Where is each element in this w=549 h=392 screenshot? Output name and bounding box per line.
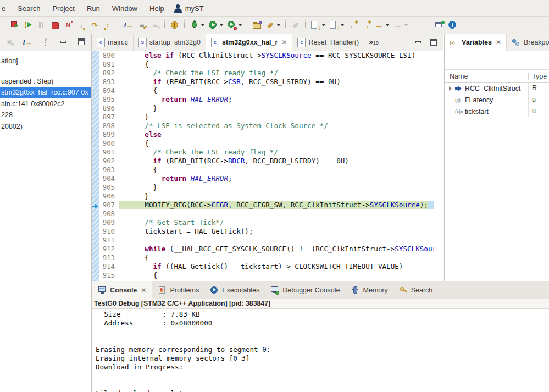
line-number[interactable]: 903: [99, 165, 119, 174]
line-number[interactable]: 897: [99, 113, 119, 122]
code-line[interactable]: }: [119, 104, 434, 113]
code-line[interactable]: }: [119, 113, 434, 122]
resume-icon[interactable]: [23, 20, 34, 31]
remove-all-icon[interactable]: ✕✕: [4, 37, 14, 47]
expander-icon[interactable]: [449, 86, 452, 91]
show-source-icon[interactable]: ≡↶: [136, 20, 147, 31]
line-number[interactable]: 902: [99, 157, 119, 165]
menu-item-help[interactable]: Help: [143, 0, 170, 16]
editor-tab-startup-stm32g0[interactable]: Sstartup_stm32g0: [134, 34, 206, 51]
menu-item-e[interactable]: e: [0, 0, 12, 16]
code-line[interactable]: {: [119, 271, 434, 280]
line-number[interactable]: 892: [99, 69, 119, 78]
line-number[interactable]: 895: [99, 95, 119, 104]
stack-frame[interactable]: ation]: [0, 56, 91, 67]
step-over-icon[interactable]: ↷: [89, 20, 100, 31]
close-tab-icon[interactable]: ✕: [281, 38, 287, 46]
console-tab-problems[interactable]: Problems: [152, 281, 204, 299]
minimize-icon[interactable]: [414, 38, 424, 48]
line-number[interactable]: 910: [99, 227, 119, 236]
last-edit-back-icon[interactable]: ←✱: [347, 20, 358, 31]
editor-tab-main-c[interactable]: cmain.c: [92, 34, 134, 51]
code-line[interactable]: if ((HAL_GetTick() - tickstart) > CLOCKS…: [119, 262, 434, 271]
code-line[interactable]: if (READ_BIT(RCC->BDCR, RCC_BDCR_LSERDY)…: [119, 157, 434, 165]
variable-row[interactable]: (x)=FLatencyu: [445, 94, 549, 106]
close-tab-icon[interactable]: ✕: [496, 38, 501, 46]
line-number[interactable]: 908: [99, 209, 119, 218]
stack-frame[interactable]: ain.c:141 0x80002c2: [0, 98, 91, 110]
code-line[interactable]: return HAL_ERROR;: [119, 174, 434, 183]
run-icon[interactable]: [208, 20, 219, 31]
menu-item-search[interactable]: Search: [12, 0, 46, 16]
console-tab-console[interactable]: Console✕: [92, 281, 152, 299]
code-line[interactable]: return HAL_ERROR;: [119, 95, 434, 104]
code-line[interactable]: {: [119, 60, 434, 69]
stack-frame[interactable]: 20802): [0, 121, 91, 132]
dropdown-caret-icon[interactable]: [404, 24, 408, 26]
line-number[interactable]: 890: [99, 51, 119, 60]
code-line[interactable]: [119, 236, 434, 245]
console-tab-debugger-console[interactable]: Debugger Console: [265, 281, 345, 299]
profiler-icon[interactable]: [169, 20, 180, 31]
line-number[interactable]: 915: [99, 271, 119, 280]
code-line[interactable]: {: [119, 165, 434, 174]
instruction-stepping-icon[interactable]: i→: [23, 37, 32, 47]
console-tab-memory[interactable]: Memory: [346, 281, 393, 299]
maximize-icon[interactable]: [77, 37, 87, 47]
type-column-header[interactable]: Type: [528, 73, 549, 80]
maximize-icon[interactable]: [429, 38, 439, 48]
view-tab-breakpoint[interactable]: Breakpoint: [507, 34, 549, 51]
console-tab-search[interactable]: Search: [393, 281, 439, 299]
next-annotation-icon[interactable]: ↓: [310, 20, 321, 31]
code-line[interactable]: /* Check the LSI ready flag */: [119, 69, 434, 78]
open-task-icon[interactable]: [252, 20, 263, 31]
code-line-current[interactable]: MODIFY_REG(RCC->CFGR, RCC_CFGR_SW, RCC_C…: [119, 201, 434, 209]
editor-tab-stm32g0xx-hal-r[interactable]: cstm32g0xx_hal_r✕: [206, 34, 293, 51]
line-number[interactable]: 900: [99, 139, 119, 148]
code-line[interactable]: {: [119, 86, 434, 95]
info-icon[interactable]: i: [447, 20, 458, 31]
code-line[interactable]: {: [119, 253, 434, 262]
variable-row[interactable]: (x)=tickstartu: [445, 106, 549, 117]
prev-annotation-icon[interactable]: ↑: [329, 20, 340, 31]
code-line[interactable]: }: [119, 183, 434, 192]
line-number[interactable]: 907: [99, 201, 119, 209]
line-number[interactable]: 893: [99, 78, 119, 86]
line-number[interactable]: 901: [99, 148, 119, 157]
code-line[interactable]: else if (RCC_ClkInitStruct->SYSCLKSource…: [119, 51, 434, 60]
dropdown-caret-icon[interactable]: [201, 24, 204, 26]
dropdown-caret-icon[interactable]: [220, 24, 223, 26]
editor-tab-overflow[interactable]: »19: [364, 34, 382, 51]
code-line[interactable]: {: [119, 139, 434, 148]
variable-row[interactable]: RCC_ClkInitStructR: [445, 82, 549, 94]
run-external-icon[interactable]: [226, 20, 237, 31]
editor-tab-reset-handler-[interactable]: cReset_Handler(): [292, 34, 364, 51]
line-number[interactable]: 906: [99, 192, 119, 201]
dropdown-caret-icon[interactable]: [341, 24, 344, 26]
dropdown-caret-icon[interactable]: [386, 24, 389, 26]
line-number[interactable]: 913: [99, 253, 119, 262]
step-into-icon[interactable]: ↓: [76, 20, 87, 31]
code-line[interactable]: tickstart = HAL_GetTick();: [119, 227, 434, 236]
line-number[interactable]: 899: [99, 130, 119, 139]
highlight-icon[interactable]: ✐: [265, 20, 276, 31]
dropdown-caret-icon[interactable]: [239, 24, 242, 26]
code-line[interactable]: /* Get Start Tick*/: [119, 218, 434, 227]
stack-frame-selected[interactable]: stm32g0xx_hal_rcc.c:907 0x: [0, 87, 91, 98]
line-number-ruler[interactable]: 8908918928938948958968978988999009019029…: [99, 51, 119, 281]
back-icon[interactable]: ←: [374, 20, 385, 31]
line-number[interactable]: 904: [99, 174, 119, 183]
menu-item-run[interactable]: Run: [81, 0, 106, 16]
step-return-icon[interactable]: ↑: [102, 20, 113, 31]
line-number[interactable]: 905: [99, 183, 119, 192]
minimize-icon[interactable]: [59, 37, 69, 47]
close-tab-icon[interactable]: ✕: [141, 286, 146, 294]
name-column-header[interactable]: Name: [445, 73, 528, 80]
line-number[interactable]: 894: [99, 86, 119, 95]
dropdown-caret-icon[interactable]: [322, 24, 325, 26]
disconnect-icon[interactable]: N: [63, 20, 74, 31]
debug-icon[interactable]: [189, 20, 200, 31]
user-chip[interactable]: myST: [174, 4, 204, 13]
code-line[interactable]: while (__HAL_RCC_GET_SYSCLK_SOURCE() != …: [119, 245, 434, 253]
code-line[interactable]: }: [119, 192, 434, 201]
